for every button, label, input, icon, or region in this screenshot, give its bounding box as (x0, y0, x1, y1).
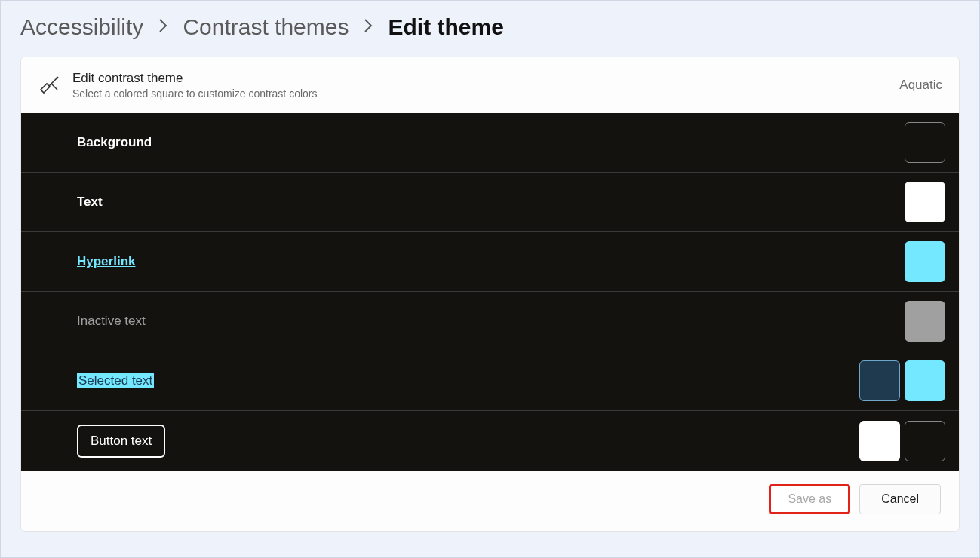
card-title: Edit contrast theme (72, 71, 899, 86)
edit-theme-card: Edit contrast theme Select a colored squ… (20, 57, 960, 532)
footer-actions: Save as Cancel (21, 471, 959, 531)
row-button-text: Button text (21, 411, 959, 471)
chevron-right-icon (157, 19, 169, 36)
color-rows: Background Text Hyperlink Inactive text (21, 113, 959, 471)
paintbrush-icon (35, 75, 65, 96)
card-subtitle: Select a colored square to customize con… (72, 87, 899, 100)
row-text: Text (21, 173, 959, 232)
svg-point-0 (57, 77, 59, 79)
breadcrumb-current: Edit theme (388, 14, 503, 40)
row-label-text: Text (77, 195, 905, 210)
row-label-button-wrap: Button text (77, 425, 859, 458)
breadcrumb-accessibility[interactable]: Accessibility (20, 14, 143, 40)
swatch-background[interactable] (905, 122, 945, 163)
breadcrumb-contrast-themes[interactable]: Contrast themes (183, 14, 349, 40)
swatch-button-fg[interactable] (859, 421, 900, 461)
row-hyperlink: Hyperlink (21, 232, 959, 292)
swatch-selected-fg[interactable] (859, 360, 900, 401)
breadcrumb: Accessibility Contrast themes Edit theme (1, 1, 979, 57)
row-background: Background (21, 113, 959, 173)
chevron-right-icon (362, 19, 374, 36)
row-label-hyperlink: Hyperlink (77, 254, 905, 269)
swatch-text[interactable] (905, 182, 945, 222)
row-label-button: Button text (91, 434, 152, 448)
swatch-selected-bg[interactable] (905, 360, 945, 401)
row-selected-text: Selected text (21, 351, 959, 411)
row-label-selected: Selected text (77, 373, 154, 388)
row-label-background: Background (77, 135, 905, 150)
row-label-inactive: Inactive text (77, 314, 905, 329)
swatch-inactive[interactable] (905, 301, 945, 342)
cancel-button[interactable]: Cancel (859, 484, 941, 514)
row-label-selected-wrap: Selected text (77, 373, 859, 388)
save-as-button[interactable]: Save as (769, 484, 850, 514)
swatch-button-bg[interactable] (905, 421, 945, 461)
theme-name: Aquatic (899, 78, 942, 93)
card-header: Edit contrast theme Select a colored squ… (21, 57, 959, 113)
row-inactive-text: Inactive text (21, 292, 959, 351)
swatch-hyperlink[interactable] (905, 241, 945, 282)
